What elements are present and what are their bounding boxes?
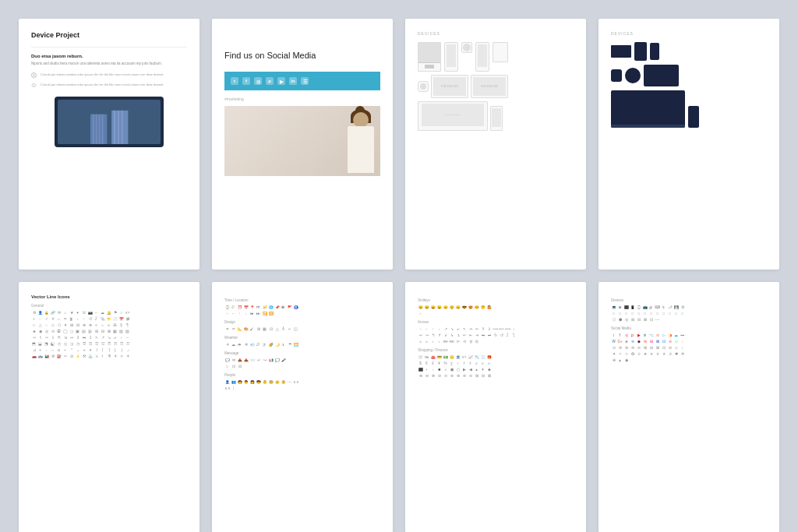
icon-angry: 😠 <box>443 305 448 310</box>
devices-icons-2: □ □ □ □ □ □ □ □ □ □ □ □ <box>611 311 767 316</box>
icon-d11: ⚔ <box>94 354 99 359</box>
dark-phone-3 <box>688 106 699 128</box>
icons-general-8: 🚗 🚌 🚂 ⚙ ⛽ ✂ ⚖ ⚡ ⚒ ⚓ ⚔ ⚕ ⚗ ⚘ ⚛ ⚜ <box>31 354 187 359</box>
icon-arr13: ⟹ <box>493 326 498 332</box>
general-label: General <box>31 304 187 308</box>
devices-icons-label: Devices <box>611 298 767 302</box>
icon-arr16: ↕ <box>511 326 517 332</box>
icon-c8: ⌄ <box>75 347 80 353</box>
icon-sk: ☁ <box>673 333 679 338</box>
icon-sad: 😢 <box>424 305 429 310</box>
icon-d6: ✂ <box>62 354 68 359</box>
icon-pp2: ⋮ <box>231 386 236 391</box>
icon-settings: ⚙ <box>31 310 37 315</box>
icon-r4: ⊙ <box>50 329 55 334</box>
icon-r11: ⊞ <box>94 329 99 334</box>
arrow-icons-2: ↩ ↪ ↰ ↱ ↲ ↳ ↴ ↵ ⇤ ⇥ ⇋ ⇌ ↻ ↺ ⤴ ⤵ <box>418 333 574 338</box>
icon-route: 🛣 <box>281 305 286 310</box>
devices-icons-3: ⬡ ⬢ ◎ ⊞ ⊟ ⊠ ⊡ ⋯ <box>611 317 767 322</box>
icon-think: 🤔 <box>480 305 486 310</box>
icon-arr10: ⇐ <box>474 326 479 332</box>
social-media-icons-label: Social Media <box>611 326 767 330</box>
icon-sx4: ✪ <box>630 351 635 357</box>
icon-receipt: 🧾 <box>480 354 486 360</box>
icon-person6: 🧒 <box>256 379 261 385</box>
icon-bag: 🛍 <box>424 354 429 360</box>
icon-c7: ⌃ <box>69 347 74 353</box>
icon-sunrise: 🌅 <box>293 342 298 347</box>
icon-desktop: 🖥 <box>617 305 623 310</box>
icon-download: ↓ <box>75 316 80 322</box>
icon-sq6: ✦ <box>62 322 68 328</box>
icon-so8: ⊠ <box>655 345 660 351</box>
arrows-label: Arrows <box>418 320 574 324</box>
icon-dev5: □ <box>636 311 641 316</box>
icon-s12: ≥ <box>486 361 492 366</box>
icon-umbrella: ☂ <box>287 342 292 347</box>
icon-tv: 📺 <box>642 305 648 310</box>
icon-person9: 👴 <box>274 379 280 385</box>
icon-trash: 🗑 <box>69 316 74 322</box>
time-icons-2: → ← ↑ ↓ ⏮ ⏭ 🔁 🔀 <box>224 311 380 316</box>
icon-a13: ↘ <box>106 335 111 340</box>
icon-rd: ⊙ <box>655 333 660 338</box>
icon-love: 😍 <box>468 305 473 310</box>
icon-person1: 👤 <box>224 379 230 385</box>
icon-sx3: ✩ <box>623 351 629 357</box>
dev-phone-2 <box>475 42 489 72</box>
icon-b11: ☲ <box>94 341 99 347</box>
icon-ar10: ⇥ <box>474 333 479 338</box>
icon-so11: ◇ <box>673 345 679 351</box>
icon-so7: ⊟ <box>648 345 654 351</box>
icons-general-7: ⊿ ⋄ ⋅ ⌂ ⌀ ⌁ ⌃ ⌄ ⌅ ⌆ ⌇ ⌈ ⌉ ⌊ ⌋ ⌌ <box>31 347 187 353</box>
icon-person2: 👥 <box>231 379 236 385</box>
icon-money: 💵 <box>443 354 448 360</box>
icon-so12: ○ <box>680 345 685 351</box>
icon-neutral: 😐 <box>455 305 461 310</box>
icon-flag: ⚑ <box>112 310 118 315</box>
icon-upload: ↑ <box>81 316 87 322</box>
icon-ar3: ↰ <box>430 333 436 338</box>
icon-group: ⋯ <box>287 379 292 385</box>
icon-u11: ⊟ <box>480 373 486 379</box>
icon-layers: ⊞ <box>256 326 261 332</box>
icon-so5: ⊝ <box>636 345 641 351</box>
icon-d2: 🚌 <box>37 354 43 359</box>
icon-cool: 😎 <box>461 305 467 310</box>
icon-b7: ◶ <box>69 341 74 347</box>
icon-temp: 🌡 <box>281 342 286 347</box>
social-bar: t f ◎ p ▶ in ☰ <box>224 72 380 90</box>
icon-snow: ❄ <box>243 342 249 347</box>
icon-u8: ⊜ <box>461 373 467 379</box>
icon-forward: ⏭ <box>256 311 261 316</box>
icons-general-1: ⚙ 👤 🔒 🔗 ✉ ⌂ ★ ♥ ☏ 📷 ↔ ☁ 🔔 ⚑ ♫ 🏷 <box>31 310 187 315</box>
person-head <box>353 112 369 128</box>
icon-u9: ⊝ <box>468 373 473 379</box>
icon-s5: % <box>443 361 448 366</box>
icon-a11: ↖ <box>94 335 99 340</box>
message-icons-2: □ ⊡ ⊟ <box>224 364 380 369</box>
icon-sq7: ⊞ <box>69 322 74 328</box>
icon-link: 🔗 <box>50 310 55 315</box>
icon-usb: ⎇ <box>667 305 673 310</box>
icon-ig: ◎ <box>623 333 629 338</box>
icon-dev22: ⬢ <box>617 317 623 322</box>
icon-c5: ⌀ <box>56 347 62 353</box>
icon-sx2: ✧ <box>617 351 623 357</box>
dev-ipad-1: PLACEHOLDER <box>431 75 468 98</box>
icon-sq14: ⁂ <box>112 322 118 328</box>
message-icons: 💬 ✉ 📥 📤 📨 ↩ ↪ 📢 💭 🎤 <box>224 358 380 363</box>
shopping-icons-1: 🛒 🛍 👛 💳 💵 🪙 🏦 🏷 📈 📉 🧾 🎁 <box>418 354 574 360</box>
icon-t8: ▶ <box>461 367 467 372</box>
icon-search: ⌕ <box>56 316 62 322</box>
icon-t9: ◀ <box>468 367 473 372</box>
icon-a16: ↔ <box>125 335 130 340</box>
icon-d1: 🚗 <box>31 354 37 359</box>
icon-d15: ⚛ <box>118 354 124 359</box>
icons-general-2: + − ✓ ✕ ⌕ ✏ 🗑 ↓ ↑ ↺ ⤴ 📎 📁 📄 📅 ⇄ <box>31 316 187 322</box>
icon-sq10: ⊗ <box>87 322 93 328</box>
icon-sx8: ✮ <box>655 351 660 357</box>
icon-rewind: ⏮ <box>249 311 255 316</box>
smiley-icons-2: ○ <box>418 311 574 316</box>
icon-d13: ⚗ <box>106 354 111 359</box>
